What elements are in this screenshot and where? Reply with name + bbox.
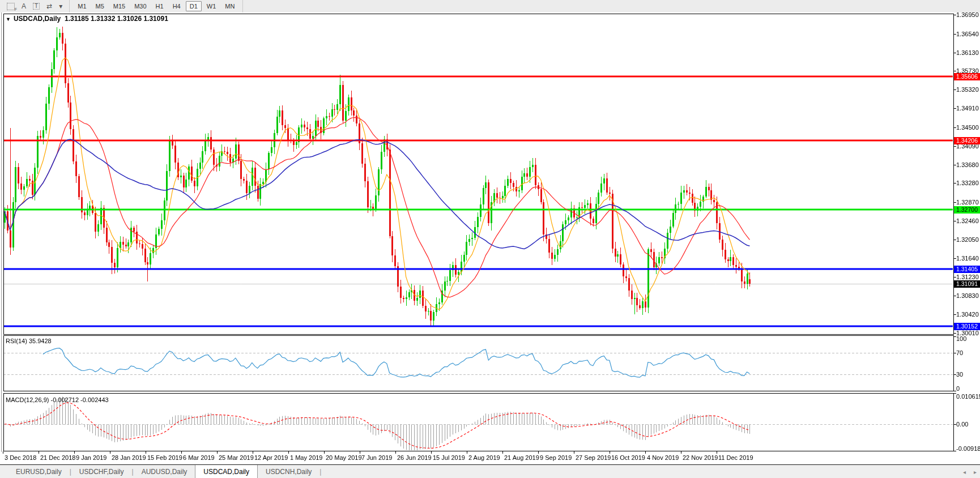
text-box-icon[interactable]: T bbox=[33, 3, 40, 10]
level-price-badge: 1.35606 bbox=[954, 73, 980, 80]
date-axis-label: 21 Dec 2018 bbox=[40, 454, 75, 461]
date-axis-label: 2 Aug 2019 bbox=[468, 454, 500, 461]
drawing-tools-icon[interactable]: ⇄ bbox=[46, 3, 52, 10]
timeframe-buttons-group: M1M5M15M30H1H4D1W1MN bbox=[70, 0, 243, 12]
price-axis-tick: 1.36130 bbox=[956, 49, 980, 56]
symbol-period-label: USDCAD,Daily bbox=[14, 15, 61, 23]
price-axis-tick: 1.34500 bbox=[956, 124, 980, 131]
date-axis-label: 25 Mar 2019 bbox=[219, 454, 254, 461]
level-price-badge: 1.34206 bbox=[954, 137, 980, 144]
price-axis-tick: 1.31230 bbox=[956, 274, 980, 280]
date-axis-label: 6 Mar 2019 bbox=[183, 454, 215, 461]
chart-shift-grid-icon[interactable]: F bbox=[7, 3, 15, 10]
tab-scroll-buttons: ◂ ▸ bbox=[963, 465, 977, 478]
chart-tab-usdcad[interactable]: USDCAD,Daily bbox=[195, 465, 258, 478]
tab-scroll-left-icon[interactable]: ◂ bbox=[963, 469, 966, 475]
chart-tab-usdcnh[interactable]: USDCNH,Daily bbox=[258, 465, 319, 478]
rsi-indicator-label: RSI(14) 35.9428 bbox=[6, 338, 52, 344]
price-axis-tick: 1.32460 bbox=[956, 217, 980, 224]
date-axis-label: 3 Dec 2018 bbox=[5, 454, 36, 461]
date-axis-label: 15 Feb 2019 bbox=[147, 454, 182, 461]
price-axis-tick: 1.30420 bbox=[956, 311, 980, 318]
chart-tabs: EURUSD,Daily|USDCHF,Daily|AUDUSD,DailyUS… bbox=[8, 465, 321, 478]
date-axis-label: 15 Jul 2019 bbox=[433, 454, 465, 461]
drawing-tools-dropdown-icon[interactable]: ▾ bbox=[59, 3, 62, 10]
date-axis-label: 27 Sep 2019 bbox=[576, 454, 611, 461]
chart-window: ▼USDCAD,Daily 1.31185 1.31332 1.31026 1.… bbox=[0, 12, 980, 464]
date-axis-label: 4 Nov 2019 bbox=[647, 454, 679, 461]
mt4-application: F A T ⇄ ▾ M1M5M15M30H1H4D1W1MN ▼USDCAD,D… bbox=[0, 0, 980, 478]
date-axis-label: 7 Jun 2019 bbox=[361, 454, 392, 461]
price-axis-tick: 1.32870 bbox=[956, 199, 980, 206]
text-annotation-icon[interactable]: A bbox=[22, 3, 26, 10]
price-axis-tick: 1.33680 bbox=[956, 161, 980, 168]
price-axis-tick: 1.36540 bbox=[956, 31, 980, 37]
price-axis-tick: 1.33280 bbox=[956, 180, 980, 186]
level-price-badge: 1.30152 bbox=[954, 323, 980, 330]
top-toolbar: F A T ⇄ ▾ M1M5M15M30H1H4D1W1MN bbox=[0, 0, 980, 13]
timeframe-button-mn[interactable]: MN bbox=[221, 1, 238, 11]
date-axis-label: 9 Jan 2019 bbox=[76, 454, 106, 461]
ohlc-values: 1.31185 1.31332 1.31026 1.31091 bbox=[65, 15, 168, 23]
timeframe-button-h4[interactable]: H4 bbox=[169, 1, 185, 11]
date-axis-label: 16 Oct 2019 bbox=[611, 454, 645, 461]
chart-tab-eurusd[interactable]: EURUSD,Daily bbox=[8, 465, 70, 478]
timeframe-button-m15[interactable]: M15 bbox=[109, 1, 129, 11]
tab-scroll-right-icon[interactable]: ▸ bbox=[974, 469, 977, 475]
timeframe-button-m1[interactable]: M1 bbox=[74, 1, 90, 11]
level-price-badge: 1.31405 bbox=[954, 266, 980, 273]
price-axis-tick: 1.31640 bbox=[956, 255, 980, 262]
macd-indicator-label: MACD(12,26,9) -0.002712 -0.002443 bbox=[6, 396, 109, 403]
macd-axis-tick: 0.00 bbox=[956, 421, 980, 428]
price-axis-tick: 1.30830 bbox=[956, 292, 980, 299]
chart-tab-bar: EURUSD,Daily|USDCHF,Daily|AUDUSD,DailyUS… bbox=[0, 464, 980, 478]
rsi-axis-tick: 70 bbox=[956, 349, 980, 356]
price-axis-tick: 1.32050 bbox=[956, 236, 980, 243]
macd-axis-tick: 0.010615 bbox=[956, 393, 980, 400]
date-axis-label: 26 Jun 2019 bbox=[397, 454, 432, 461]
macd-axis-tick: -0.009181 bbox=[956, 445, 980, 452]
timeframe-button-m5[interactable]: M5 bbox=[92, 1, 108, 11]
date-axis-label: 20 May 2019 bbox=[326, 454, 362, 461]
price-axis-tick: 1.35320 bbox=[956, 86, 980, 93]
drawing-tools-group: F A T ⇄ ▾ bbox=[0, 0, 70, 12]
date-axis-label: 12 Apr 2019 bbox=[254, 454, 288, 461]
rsi-axis-tick: 0 bbox=[956, 385, 980, 392]
level-price-badge: 1.32700 bbox=[954, 206, 980, 214]
rsi-axis-tick: 100 bbox=[956, 335, 980, 342]
price-axis-tick: 1.36950 bbox=[956, 11, 980, 18]
timeframe-button-w1[interactable]: W1 bbox=[203, 1, 220, 11]
date-axis-label: 22 Nov 2019 bbox=[683, 454, 718, 461]
chart-title: ▼USDCAD,Daily 1.31185 1.31332 1.31026 1.… bbox=[6, 15, 168, 23]
timeframe-button-d1[interactable]: D1 bbox=[186, 1, 202, 11]
date-axis-label: 9 Sep 2019 bbox=[540, 454, 572, 461]
chart-tab-usdchf[interactable]: USDCHF,Daily bbox=[71, 465, 132, 478]
chart-tab-audusd[interactable]: AUDUSD,Daily bbox=[134, 465, 195, 478]
date-axis-label: 1 May 2019 bbox=[290, 454, 322, 461]
date-axis-label: 21 Aug 2019 bbox=[504, 454, 539, 461]
tab-separator: | bbox=[319, 465, 321, 478]
price-axis-tick: 1.34910 bbox=[956, 105, 980, 112]
rsi-axis-tick: 30 bbox=[956, 371, 980, 378]
date-axis-label: 11 Dec 2019 bbox=[718, 454, 753, 461]
symbol-dropdown-icon[interactable]: ▼ bbox=[6, 16, 11, 22]
price-chart-canvas[interactable] bbox=[0, 12, 980, 464]
current-price-badge: 1.31091 bbox=[954, 280, 980, 288]
date-axis-label: 28 Jan 2019 bbox=[112, 454, 146, 461]
timeframe-button-h1[interactable]: H1 bbox=[152, 1, 168, 11]
timeframe-button-m30[interactable]: M30 bbox=[130, 1, 150, 11]
